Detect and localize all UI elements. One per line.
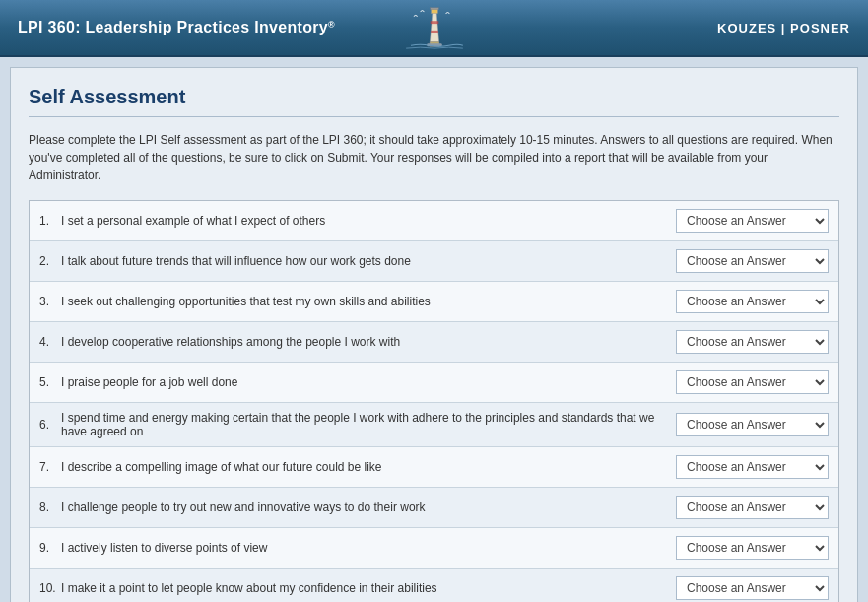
app-logo <box>405 2 464 54</box>
answer-select-3[interactable]: Choose an Answer1 - Almost Never2 - Rare… <box>676 290 829 313</box>
answer-select-5[interactable]: Choose an Answer1 - Almost Never2 - Rare… <box>676 370 829 394</box>
answer-select-2[interactable]: Choose an Answer1 - Almost Never2 - Rare… <box>676 249 829 273</box>
page-title: Self Assessment <box>29 86 839 117</box>
main-container: Self Assessment Please complete the LPI … <box>10 67 858 602</box>
question-text: I set a personal example of what I expec… <box>61 214 666 228</box>
table-row: 5.I praise people for a job well doneCho… <box>30 363 838 403</box>
question-number: 3. <box>39 295 61 308</box>
table-row: 10.I make it a point to let people know … <box>30 569 838 602</box>
intro-text: Please complete the LPI Self assessment … <box>29 131 836 184</box>
table-row: 8.I challenge people to try out new and … <box>30 488 838 528</box>
answer-select-4[interactable]: Choose an Answer1 - Almost Never2 - Rare… <box>676 330 829 354</box>
table-row: 6.I spend time and energy making certain… <box>30 403 838 447</box>
question-number: 2. <box>39 254 61 268</box>
question-text: I challenge people to try out new and in… <box>61 501 666 514</box>
question-text: I actively listen to diverse points of v… <box>61 541 666 555</box>
question-number: 4. <box>39 335 61 349</box>
table-row: 1.I set a personal example of what I exp… <box>30 201 838 241</box>
question-text: I seek out challenging opportunities tha… <box>61 295 666 308</box>
question-text: I describe a compelling image of what ou… <box>61 460 666 474</box>
answer-select-10[interactable]: Choose an Answer1 - Almost Never2 - Rare… <box>676 576 829 600</box>
svg-marker-1 <box>430 11 439 44</box>
question-text: I make it a point to let people know abo… <box>61 581 666 595</box>
app-header: LPI 360: Leadership Practices Inventory® <box>0 0 868 57</box>
answer-select-8[interactable]: Choose an Answer1 - Almost Never2 - Rare… <box>676 496 829 519</box>
question-number: 5. <box>39 375 61 389</box>
questions-table: 1.I set a personal example of what I exp… <box>29 200 839 602</box>
app-title: LPI 360: Leadership Practices Inventory® <box>18 19 335 36</box>
answer-select-7[interactable]: Choose an Answer1 - Almost Never2 - Rare… <box>676 455 829 479</box>
question-text: I talk about future trends that will inf… <box>61 254 666 268</box>
table-row: 2.I talk about future trends that will i… <box>30 241 838 282</box>
question-number: 10. <box>39 581 61 595</box>
answer-select-1[interactable]: Choose an Answer1 - Almost Never2 - Rare… <box>676 209 829 233</box>
question-number: 6. <box>39 418 61 432</box>
question-number: 1. <box>39 214 61 228</box>
svg-rect-4 <box>430 7 438 9</box>
brand-name: KOUZES | POSNER <box>717 21 850 35</box>
svg-rect-6 <box>431 30 438 33</box>
table-row: 9.I actively listen to diverse points of… <box>30 528 838 569</box>
question-text: I praise people for a job well done <box>61 375 666 389</box>
table-row: 3.I seek out challenging opportunities t… <box>30 282 838 322</box>
answer-select-6[interactable]: Choose an Answer1 - Almost Never2 - Rare… <box>676 413 829 436</box>
table-row: 4.I develop cooperative relationships am… <box>30 322 838 363</box>
question-text: I spend time and energy making certain t… <box>61 411 666 438</box>
table-row: 7.I describe a compelling image of what … <box>30 447 838 488</box>
answer-select-9[interactable]: Choose an Answer1 - Almost Never2 - Rare… <box>676 536 829 560</box>
question-number: 9. <box>39 541 61 555</box>
question-number: 7. <box>39 460 61 474</box>
question-text: I develop cooperative relationships amon… <box>61 335 666 349</box>
svg-rect-5 <box>430 21 438 24</box>
question-number: 8. <box>39 501 61 514</box>
